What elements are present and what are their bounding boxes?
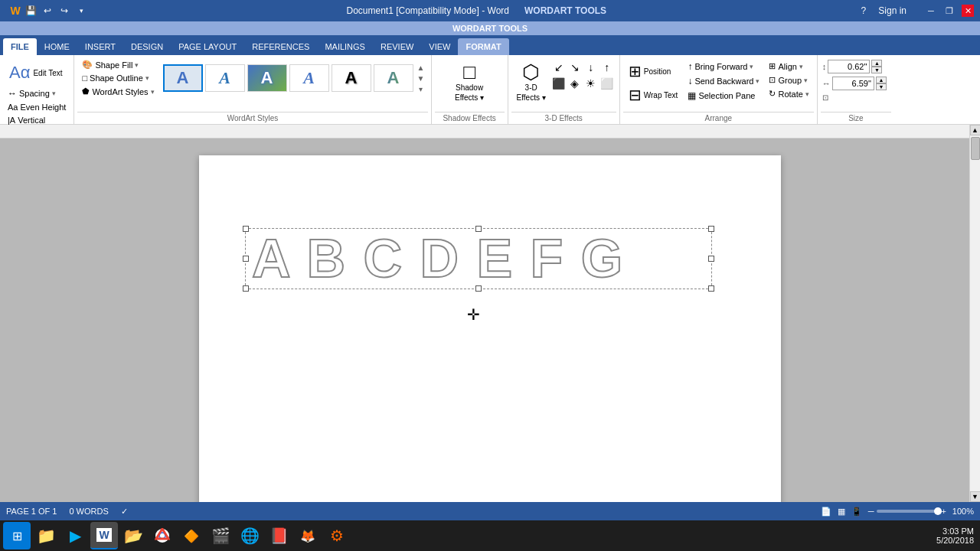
handle-bottom-center[interactable] [475,285,482,292]
change-shape-button[interactable]: ⬟ WordArt Styles ▾ [79,85,157,98]
3d-tilt-down[interactable]: ↓ [583,60,599,75]
align-arrange-icon: ⊞ [769,61,776,71]
scroll-thumb[interactable] [971,137,980,160]
acrobat-button[interactable]: 📕 [265,522,292,549]
tab-format[interactable]: FORMAT [458,38,508,55]
windows-media-player-button[interactable]: ▶ [61,522,89,549]
view-web-icon[interactable]: 📱 [851,507,862,517]
save-button[interactable]: 💾 [23,3,38,18]
wordart-style-3[interactable]: A [247,64,287,92]
document-area[interactable]: A B C D E F G ✛ ▲ ▼ [0,125,980,502]
help-icon[interactable]: ? [861,5,867,16]
width-spin-down[interactable]: ▼ [876,83,887,90]
shape-fill-button[interactable]: 🎨 Shape Fill ▾ [79,58,157,71]
minimize-button[interactable]: ─ [925,5,937,17]
tab-review[interactable]: REVIEW [373,38,421,55]
vlc-button[interactable]: 🔶 [178,522,205,549]
view-print-layout-icon[interactable]: ▦ [838,507,845,517]
handle-top-left[interactable] [243,226,249,232]
wordart-style-2[interactable]: A [205,64,245,92]
wrap-text-button[interactable]: ⊟ Wrap Text [625,83,682,106]
3d-direction[interactable]: ◈ [567,76,583,91]
height-spin-down[interactable]: ▼ [871,67,882,73]
word-icon: W [96,528,111,542]
chrome-button[interactable] [149,522,176,549]
tab-mailings[interactable]: MAILINGS [317,38,373,55]
folder-button[interactable]: 📂 [119,522,147,549]
spacing-dropdown: ▾ [52,90,56,97]
3d-rotate-left[interactable]: ↙ [551,60,567,75]
redo-button[interactable]: ↪ [57,3,72,18]
edit-text-label: Edit Text [33,69,62,77]
3d-effects-button[interactable]: ⬡ 3-D Effects ▾ [513,60,550,104]
handle-middle-right[interactable] [708,256,714,262]
spacing-button[interactable]: ↔ Spacing ▾ [5,86,59,100]
even-height-button[interactable]: Aa Even Height [5,101,69,113]
tab-file[interactable]: FILE [3,38,37,55]
3d-tilt-up[interactable]: ↑ [599,60,615,75]
bring-forward-button[interactable]: ↑ Bring Forward ▾ [684,60,763,73]
handle-middle-left[interactable] [243,256,249,262]
video-button[interactable]: 🎬 [207,522,234,549]
file-explorer-button[interactable]: 📁 [32,522,60,549]
3d-surface[interactable]: ⬜ [599,76,615,91]
zoom-slider[interactable] [877,510,938,513]
3d-depth[interactable]: ⬛ [551,76,567,91]
wordart-object[interactable]: A B C D E F G [245,228,712,289]
sign-in-button[interactable]: Sign in [878,5,906,16]
customize-quick-access[interactable]: ▾ [74,3,89,18]
restore-button[interactable]: ❐ [943,5,956,17]
word-button[interactable]: W [90,522,118,549]
zoom-minus-button[interactable]: ─ [868,507,874,516]
handle-bottom-left[interactable] [243,285,249,292]
zoom-level-label: 100% [952,507,974,516]
zoom-plus-button[interactable]: + [941,507,946,516]
wordart-scroll-down[interactable]: ▼ [416,73,426,83]
tab-references[interactable]: REFERENCES [244,38,317,55]
rotate-button[interactable]: ↻ Rotate ▾ [766,87,812,100]
wordart-style-6[interactable]: A [374,64,413,92]
wordart-scroll-more[interactable]: ▾ [416,83,426,94]
shape-outline-button[interactable]: □ Shape Outline ▾ [79,72,157,84]
group-button[interactable]: ⊡ Group ▾ [766,73,812,86]
wordart-style-1[interactable]: A [163,64,203,92]
3d-rotate-right[interactable]: ↘ [567,60,583,75]
selection-pane-button[interactable]: ▦ Selection Pane [684,89,763,103]
handle-bottom-right[interactable] [708,285,714,292]
position-button[interactable]: ⊞ Position [625,60,682,83]
scrollbar-vertical[interactable]: ▲ ▼ [969,125,980,502]
width-spin-up[interactable]: ▲ [876,77,887,83]
shadow-effects-button[interactable]: □ Shadow Effects ▾ [451,60,488,104]
send-backward-button[interactable]: ↓ Send Backward ▾ [684,74,763,88]
firefox-button[interactable]: 🦊 [294,522,322,549]
group-text: Aα Edit Text ↔ Spacing ▾ Aa Even Height … [0,55,74,124]
handle-top-right[interactable] [708,226,714,232]
wordart-scroll-up[interactable]: ▲ [416,62,426,73]
height-input[interactable]: 0.62" [828,60,870,73]
scroll-down-button[interactable]: ▼ [970,491,981,502]
wordart-style-4[interactable]: A [289,64,329,92]
undo-button[interactable]: ↩ [40,3,55,18]
selection-pane-icon: ▦ [688,90,696,101]
edit-text-button[interactable]: Aα Edit Text [5,60,69,86]
align-arrange-button[interactable]: ⊞ Align ▾ [766,60,812,73]
width-input[interactable]: 6.59" [832,77,874,90]
tab-page-layout[interactable]: PAGE LAYOUT [171,38,244,55]
handle-top-center[interactable] [475,226,482,232]
size-dialog-launcher[interactable]: ⊡ [822,93,828,102]
size-content: ↕ 0.62" ▲ ▼ ↔ 6.59" ▲ ▼ ⊡ [821,57,891,110]
scroll-up-button[interactable]: ▲ [970,125,981,135]
close-button[interactable]: ✕ [962,5,974,17]
tab-insert[interactable]: INSERT [77,38,123,55]
spinner-button[interactable]: ⚙ [323,522,351,549]
height-spin-up[interactable]: ▲ [871,60,882,67]
view-normal-icon[interactable]: 📄 [821,507,831,517]
tab-view[interactable]: VIEW [421,38,458,55]
tab-home[interactable]: HOME [37,38,77,55]
spell-check-icon[interactable]: ✓ [121,507,128,517]
wordart-style-5[interactable]: A [332,64,371,92]
tab-design[interactable]: DESIGN [123,38,171,55]
start-button[interactable]: ⊞ [3,522,31,549]
3d-lighting[interactable]: ☀ [583,76,599,91]
browser2-button[interactable]: 🌐 [236,522,263,549]
